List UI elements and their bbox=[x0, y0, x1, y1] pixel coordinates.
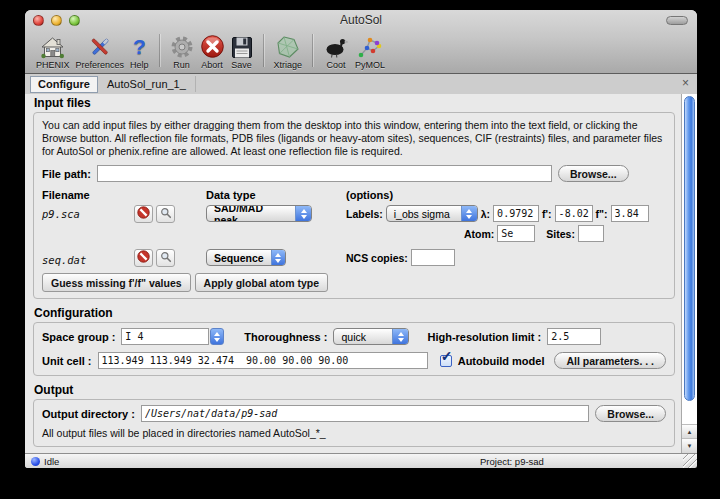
thoroughness-select[interactable]: quick bbox=[333, 328, 409, 345]
output-heading: Output bbox=[34, 383, 675, 397]
toolbar-button-run[interactable]: Run bbox=[170, 33, 194, 70]
unit-cell-label: Unit cell : bbox=[42, 355, 92, 367]
apply-global-atom-type-button[interactable]: Apply global atom type bbox=[195, 273, 329, 292]
toolbar-button-help[interactable]: ? Help bbox=[130, 33, 149, 70]
toolbar-label: Preferences bbox=[76, 60, 125, 70]
minimize-window-button[interactable] bbox=[51, 15, 62, 26]
data-type-select[interactable]: SAD/MAD peak bbox=[206, 205, 312, 222]
close-tab-icon[interactable]: × bbox=[682, 76, 689, 90]
toolbar-toggle-capsule-button[interactable] bbox=[666, 16, 688, 25]
main-toolbar: PHENIX Preferences ? bbox=[25, 30, 697, 73]
filename-cell: p9.sca bbox=[42, 205, 134, 220]
fprime-input[interactable] bbox=[555, 205, 593, 222]
toolbar-label: PyMOL bbox=[355, 60, 385, 70]
project-label: Project: p9-sad bbox=[480, 456, 544, 467]
coot-bird-icon bbox=[323, 33, 349, 59]
toolbar-button-abort[interactable]: Abort bbox=[200, 33, 225, 70]
toolbar-separator bbox=[312, 34, 313, 67]
output-note: All output files will be placed in direc… bbox=[42, 427, 666, 440]
autobuild-model-label: Autobuild model bbox=[458, 355, 545, 367]
input-files-panel: You can add input files by either draggi… bbox=[33, 112, 675, 299]
guess-fprime-button[interactable]: Guess missing f'/f" values bbox=[42, 273, 191, 292]
toolbar-label: Coot bbox=[327, 60, 346, 70]
xtriage-crystal-icon bbox=[275, 33, 301, 59]
save-floppy-icon bbox=[231, 33, 253, 59]
input-files-description: You can add input files by either draggi… bbox=[42, 119, 666, 158]
column-header-filename: Filename bbox=[42, 188, 134, 202]
magnifier-icon bbox=[160, 251, 172, 266]
toolbar-label: PHENIX bbox=[36, 60, 70, 70]
configuration-panel: Space group : Thoroughness : quick High-… bbox=[33, 322, 675, 376]
atom-label: Atom: bbox=[464, 228, 494, 240]
toolbar-button-preferences[interactable]: Preferences bbox=[76, 33, 125, 70]
toolbar-button-phenix[interactable]: PHENIX bbox=[36, 33, 70, 70]
space-group-input[interactable] bbox=[121, 328, 209, 345]
fprime-label: f': bbox=[542, 208, 552, 220]
thoroughness-label: Thoroughness : bbox=[244, 331, 327, 343]
scroll-down-icon: ▼ bbox=[687, 443, 693, 449]
toolbar-button-save[interactable]: Save bbox=[231, 33, 253, 70]
file-path-input[interactable] bbox=[97, 165, 552, 182]
remove-file-button[interactable] bbox=[134, 249, 153, 267]
filename-cell: seq.dat bbox=[42, 251, 134, 266]
preferences-tools-icon bbox=[88, 33, 112, 59]
data-type-select[interactable]: Sequence bbox=[206, 249, 286, 266]
file-path-label: File path: bbox=[42, 168, 91, 180]
scroll-down-button[interactable]: ▼ bbox=[682, 438, 697, 453]
file-options-cell: Labels: i_obs sigma λ: f': f": bbox=[346, 205, 666, 242]
close-window-button[interactable] bbox=[33, 15, 44, 26]
zoom-window-button[interactable] bbox=[69, 15, 80, 26]
ncs-copies-input[interactable] bbox=[411, 249, 455, 266]
labels-label: Labels: bbox=[346, 208, 383, 220]
all-parameters-button[interactable]: All parameters. . . bbox=[554, 352, 666, 369]
traffic-lights bbox=[33, 15, 80, 26]
file-path-browse-button[interactable]: Browse... bbox=[558, 165, 629, 182]
wavelength-input[interactable] bbox=[493, 205, 539, 222]
output-directory-label: Output directory : bbox=[42, 408, 135, 420]
no-entry-delete-icon bbox=[137, 206, 150, 222]
space-group-stepper[interactable] bbox=[210, 328, 224, 345]
toolbar-button-pymol[interactable]: PyMOL bbox=[355, 33, 385, 70]
popup-stepper-icon bbox=[461, 206, 477, 221]
resize-grip[interactable] bbox=[683, 454, 697, 468]
toolbar-label: Run bbox=[173, 60, 190, 70]
vertical-scrollbar[interactable]: ▲ ▼ bbox=[681, 94, 697, 453]
column-header-data-type: Data type bbox=[206, 188, 346, 202]
input-files-heading: Input files bbox=[34, 96, 675, 110]
space-group-label: Space group : bbox=[42, 331, 115, 343]
atom-input[interactable] bbox=[497, 225, 535, 242]
output-directory-browse-button[interactable]: Browse... bbox=[595, 405, 666, 422]
high-resolution-limit-label: High-resolution limit : bbox=[427, 331, 541, 343]
fdoubleprime-label: f": bbox=[596, 208, 608, 220]
inspect-file-button[interactable] bbox=[156, 249, 175, 267]
toolbar-separator bbox=[263, 34, 264, 67]
sites-input[interactable] bbox=[578, 225, 604, 242]
output-directory-input[interactable] bbox=[141, 405, 589, 422]
scroll-up-button[interactable]: ▲ bbox=[682, 424, 697, 439]
help-question-icon: ? bbox=[133, 33, 146, 59]
output-panel: Output directory : Browse... All output … bbox=[33, 399, 675, 447]
toolbar-label: Help bbox=[130, 60, 149, 70]
toolbar-button-coot[interactable]: Coot bbox=[323, 33, 349, 70]
toolbar-button-xtriage[interactable]: Xtriage bbox=[274, 33, 303, 70]
fdoubleprime-input[interactable] bbox=[611, 205, 649, 222]
unit-cell-input[interactable] bbox=[98, 352, 428, 369]
status-bar: Idle Project: p9-sad bbox=[25, 453, 697, 468]
status-indicator-icon bbox=[31, 457, 40, 466]
tab-configure[interactable]: Configure bbox=[30, 76, 98, 93]
title-bar[interactable]: AutoSol bbox=[25, 10, 697, 30]
no-entry-delete-icon bbox=[137, 250, 150, 266]
remove-file-button[interactable] bbox=[134, 205, 153, 223]
configure-panel-content: Input files You can add input files by e… bbox=[25, 94, 697, 453]
inspect-file-button[interactable] bbox=[156, 205, 175, 223]
scrollbar-thumb[interactable] bbox=[684, 96, 695, 401]
labels-select[interactable]: i_obs sigma bbox=[386, 205, 478, 222]
toolbar-label: Abort bbox=[201, 60, 223, 70]
autobuild-model-checkbox[interactable]: ✓ bbox=[440, 355, 452, 367]
column-header-options: (options) bbox=[346, 188, 666, 202]
tab-autosol-run-1[interactable]: AutoSol_run_1_ bbox=[98, 76, 196, 92]
toolbar-label: Xtriage bbox=[274, 60, 303, 70]
toolbar-separator bbox=[159, 34, 160, 67]
window-title: AutoSol bbox=[25, 10, 697, 30]
high-resolution-limit-input[interactable] bbox=[547, 328, 601, 345]
